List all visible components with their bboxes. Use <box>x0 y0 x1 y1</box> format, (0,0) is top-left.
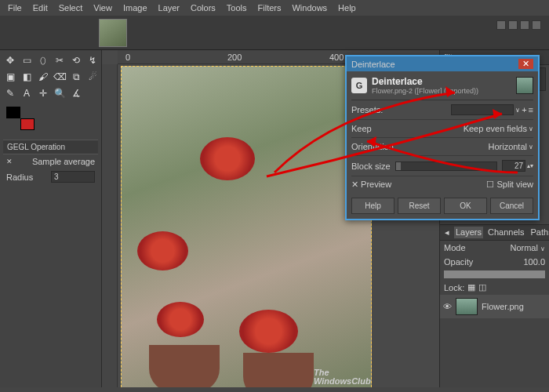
smudge-tool-icon[interactable]: ☄ <box>85 70 100 84</box>
dock-icon[interactable] <box>496 20 506 30</box>
image-content <box>200 137 255 180</box>
tab-layers[interactable]: Layers <box>454 227 483 238</box>
ruler-vertical <box>102 64 118 387</box>
menu-image[interactable]: Image <box>123 3 147 13</box>
dialog-titlebar[interactable]: Deinterlace ✕ <box>347 56 538 71</box>
dialog-title-text: Deinterlace <box>351 60 395 69</box>
image-content <box>239 310 298 353</box>
orientation-label: Orientation <box>351 142 394 151</box>
block-size-input[interactable]: 27 <box>502 160 525 172</box>
gradient-tool-icon[interactable]: ◧ <box>20 70 34 84</box>
bg-color-icon[interactable] <box>20 118 35 130</box>
close-button[interactable]: ✕ <box>518 59 533 69</box>
menu-help[interactable]: Help <box>338 3 356 13</box>
warp-tool-icon[interactable]: ↯ <box>85 53 100 67</box>
preset-add-icon[interactable]: + <box>522 105 526 114</box>
left-dock: ✥ ▭ ⬯ ✂ ⟲ ↯ ▣ ◧ 🖌 ⌫ ⧉ ☄ ✎ A ✛ 🔍 ∡ GEGL O… <box>0 50 102 387</box>
dialog-thumbnail <box>516 77 533 94</box>
gegl-panel-title: GEGL Operation <box>3 140 98 154</box>
help-button[interactable]: Help <box>351 198 394 214</box>
menu-tools[interactable]: Tools <box>227 3 247 13</box>
preview-checkbox[interactable]: ✕ <box>351 180 358 189</box>
opacity-label: Opacity <box>444 257 473 267</box>
cancel-button[interactable]: Cancel <box>490 198 533 214</box>
presets-label: Presets: <box>351 105 383 114</box>
close-icon[interactable]: ✕ <box>6 158 13 165</box>
lock-alpha-icon[interactable]: ◫ <box>478 282 486 292</box>
toolbox: ✥ ▭ ⬯ ✂ ⟲ ↯ ▣ ◧ 🖌 ⌫ ⧉ ☄ ✎ A ✛ 🔍 ∡ <box>3 53 98 100</box>
block-size-slider[interactable] <box>395 162 497 171</box>
chevron-down-icon: ∨ <box>529 143 533 151</box>
image-content <box>137 231 188 270</box>
keep-label: Keep <box>351 124 372 133</box>
split-view-checkbox[interactable]: ☐ <box>486 180 494 189</box>
image-content <box>157 302 204 337</box>
measure-tool-icon[interactable]: ∡ <box>69 86 83 100</box>
deinterlace-dialog: Deinterlace ✕ G Deinterlace Flower.png-2… <box>345 55 540 220</box>
visibility-eye-icon[interactable]: 👁 <box>443 302 452 311</box>
text-tool-icon[interactable]: A <box>20 86 34 100</box>
menu-file[interactable]: File <box>8 3 22 13</box>
dialog-heading: Deinterlace <box>372 76 478 87</box>
picker-tool-icon[interactable]: ✛ <box>36 86 50 100</box>
mode-label: Mode <box>444 243 466 252</box>
menu-select[interactable]: Select <box>59 3 83 13</box>
layer-tabs: ◂ Layers Channels Paths <box>440 224 549 241</box>
lock-label: Lock: <box>444 283 464 292</box>
mode-dropdown[interactable]: Normal ∨ <box>510 243 545 252</box>
dock-icon[interactable] <box>520 20 529 30</box>
preset-menu-icon[interactable]: ≡ <box>529 105 533 114</box>
free-select-tool-icon[interactable]: ⬯ <box>36 53 50 67</box>
reset-button[interactable]: Reset <box>398 198 441 214</box>
dialog-subtitle: Flower.png-2 ([Flower] (imported)) <box>372 87 478 95</box>
menu-edit[interactable]: Edit <box>33 3 48 13</box>
keep-dropdown[interactable]: Keep even fields ∨ <box>464 124 533 133</box>
canvas-image[interactable] <box>121 66 372 387</box>
image-tab-thumbnail[interactable] <box>99 19 127 47</box>
image-tab-bar <box>0 16 549 50</box>
dock-toggle-icons <box>496 20 541 30</box>
menu-filters[interactable]: Filters <box>258 3 282 13</box>
image-content <box>243 353 314 387</box>
eraser-tool-icon[interactable]: ⌫ <box>53 70 67 84</box>
clone-tool-icon[interactable]: ⧉ <box>69 70 83 84</box>
radius-label: Radius <box>6 172 33 182</box>
move-tool-icon[interactable]: ✥ <box>3 53 17 67</box>
sample-average-label: Sample average <box>32 157 95 166</box>
chevron-down-icon: ∨ <box>540 245 545 252</box>
fg-color-icon[interactable] <box>6 107 20 118</box>
color-swatch[interactable] <box>6 107 35 130</box>
menu-colors[interactable]: Colors <box>191 3 216 13</box>
gimp-logo-icon: G <box>351 78 367 93</box>
path-tool-icon[interactable]: ✎ <box>3 86 17 100</box>
menu-layer[interactable]: Layer <box>158 3 180 13</box>
crop-tool-icon[interactable]: ✂ <box>53 53 67 67</box>
menu-view[interactable]: View <box>93 3 112 13</box>
bucket-tool-icon[interactable]: ▣ <box>3 70 17 84</box>
opacity-slider[interactable] <box>444 270 545 278</box>
block-size-label: Block size <box>351 162 391 171</box>
opacity-value: 100.0 <box>523 257 545 267</box>
tab-channels[interactable]: Channels <box>486 227 525 238</box>
rect-select-tool-icon[interactable]: ▭ <box>20 53 34 67</box>
chevron-down-icon: ∨ <box>515 107 520 114</box>
zoom-tool-icon[interactable]: 🔍 <box>53 86 67 100</box>
tab-paths[interactable]: Paths <box>529 227 549 238</box>
layer-row[interactable]: 👁 Flower.png <box>440 295 549 318</box>
layer-thumbnail <box>456 298 478 315</box>
radius-input[interactable]: 3 <box>51 171 95 183</box>
dock-icon[interactable] <box>508 20 518 30</box>
menu-windows[interactable]: Windows <box>292 3 327 13</box>
presets-dropdown[interactable] <box>451 104 514 115</box>
brush-tool-icon[interactable]: 🖌 <box>36 70 50 84</box>
transform-tool-icon[interactable]: ⟲ <box>69 53 83 67</box>
chevron-down-icon: ∨ <box>529 125 533 132</box>
split-view-label: Split view <box>497 180 533 189</box>
orientation-dropdown[interactable]: Horizontal ∨ <box>488 142 533 151</box>
spinner-icon[interactable]: ▴▾ <box>527 162 533 169</box>
lock-pixel-icon[interactable]: ▦ <box>467 282 475 292</box>
panel-menu-icon[interactable]: ◂ <box>443 227 451 238</box>
dock-icon[interactable] <box>532 20 541 30</box>
menu-bar: File Edit Select View Image Layer Colors… <box>0 0 549 16</box>
ok-button[interactable]: OK <box>444 198 487 214</box>
